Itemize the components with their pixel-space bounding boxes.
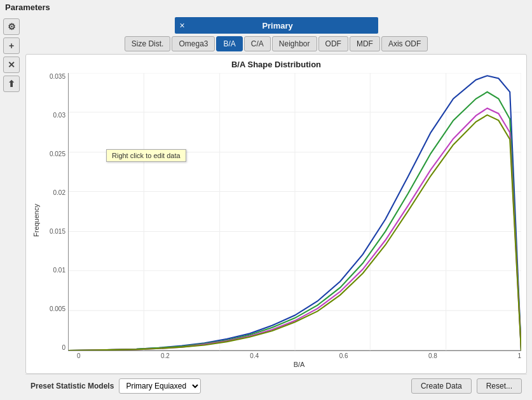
phase-header: × Primary (25, 17, 527, 34)
tab-ba[interactable]: B/A (216, 36, 242, 51)
tooltip: Right click to edit data (106, 149, 186, 162)
preset-label: Preset Statistic Models (31, 382, 114, 390)
page-title: Parameters (0, 0, 532, 15)
tab-omega3[interactable]: Omega3 (172, 36, 215, 51)
y-tick-6: 0.03 (44, 112, 65, 119)
chart-area[interactable] (68, 73, 521, 351)
add-button[interactable]: + (3, 37, 20, 54)
x-tick-2: 0.4 (250, 352, 259, 359)
x-axis-label: B/A (77, 361, 521, 368)
gear-button[interactable]: ⚙ (3, 18, 20, 35)
tab-mdf[interactable]: MDF (350, 36, 380, 51)
y-tick-5: 0.025 (44, 150, 65, 157)
y-tick-0: 0 (44, 344, 65, 351)
right-panel: × Primary Size Dist. Omega3 B/A C/A Neig… (23, 15, 532, 400)
reset-button[interactable]: Reset... (477, 378, 522, 394)
upload-button[interactable]: ⬆ (3, 76, 20, 92)
tab-odf[interactable]: ODF (318, 36, 348, 51)
phase-name: Primary (190, 21, 378, 30)
tab-ca[interactable]: C/A (244, 36, 271, 51)
main-container: Parameters ⚙ + ✕ ⬆ × Primary Size Dist. … (0, 0, 532, 400)
y-tick-4: 0.02 (44, 189, 65, 196)
y-tick-7: 0.035 (44, 73, 65, 80)
x-tick-labels: 0 0.2 0.4 0.6 0.8 1 (77, 352, 521, 359)
tab-size-dist[interactable]: Size Dist. (125, 36, 171, 51)
y-tick-2: 0.01 (44, 267, 65, 274)
chart-svg (69, 73, 521, 350)
chart-body: Frequency 0 0.005 0.01 0.015 0.02 0.025 (31, 73, 521, 368)
tab-neighbor[interactable]: Neighbor (272, 36, 317, 51)
x-tick-1: 0.2 (161, 352, 170, 359)
preset-select[interactable]: Primary Equiaxed (119, 378, 201, 394)
footer-bar: Preset Statistic Models Primary Equiaxed… (25, 374, 527, 397)
phase-close-button[interactable]: × (175, 20, 190, 30)
x-tick-4: 0.8 (428, 352, 437, 359)
chart-container: B/A Shape Distribution Frequency 0 0.005… (25, 54, 527, 374)
create-data-button[interactable]: Create Data (411, 378, 472, 394)
phase-tab[interactable]: × Primary (175, 17, 378, 34)
y-tick-labels: 0 0.005 0.01 0.015 0.02 0.025 0.03 0.035 (44, 73, 65, 351)
tab-axis-odf[interactable]: Axis ODF (381, 36, 428, 51)
tabs-bar: Size Dist. Omega3 B/A C/A Neighbor ODF M… (25, 36, 527, 51)
y-tick-3: 0.015 (44, 228, 65, 235)
x-tick-0: 0 (77, 352, 81, 359)
y-tick-1: 0.005 (44, 305, 65, 312)
left-toolbar: ⚙ + ✕ ⬆ (0, 15, 23, 400)
close-button[interactable]: ✕ (3, 57, 20, 73)
content-area: ⚙ + ✕ ⬆ × Primary Size Dist. Omega3 B/A … (0, 15, 532, 400)
x-tick-5: 1 (517, 352, 521, 359)
y-axis-label: Frequency (31, 73, 41, 368)
x-tick-3: 0.6 (339, 352, 348, 359)
chart-title: B/A Shape Distribution (31, 60, 521, 69)
